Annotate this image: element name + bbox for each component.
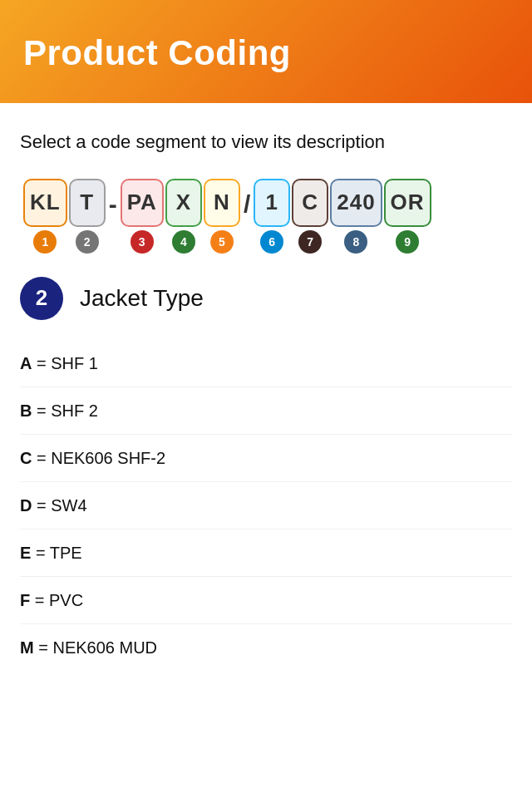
separator-dash: -	[107, 190, 119, 219]
list-item: E = TPE	[20, 530, 512, 577]
list-item: A = SHF 1	[20, 340, 512, 387]
segment-or[interactable]: OR 9	[384, 179, 431, 254]
code-display: KL 1 T 2 - PA 3 X 4 N 5 / 1 6	[20, 179, 512, 254]
segment-c[interactable]: C 7	[292, 179, 328, 254]
list-item: B = SHF 2	[20, 387, 512, 435]
segment-kl[interactable]: KL 1	[23, 179, 67, 254]
selected-badge: 2	[20, 277, 63, 320]
code-entry: C = NEK606 SHF-2	[20, 449, 165, 467]
list-item: C = NEK606 SHF-2	[20, 435, 512, 482]
segment-240-badge: 8	[344, 230, 367, 254]
code-table: A = SHF 1B = SHF 2C = NEK606 SHF-2D = SW…	[20, 340, 512, 671]
code-entry: F = PVC	[20, 591, 83, 609]
code-entry: E = TPE	[20, 544, 82, 562]
selected-segment-info: 2 Jacket Type	[20, 277, 512, 320]
segment-x-badge: 4	[172, 230, 195, 254]
segment-kl-badge: 1	[33, 230, 57, 254]
segment-t[interactable]: T 2	[69, 179, 106, 254]
segment-pa-badge: 3	[131, 230, 154, 254]
code-entry: A = SHF 1	[20, 354, 98, 372]
segment-n-box[interactable]: N	[204, 179, 240, 227]
separator-slash: /	[242, 190, 252, 219]
segment-c-badge: 7	[298, 230, 322, 254]
segment-x[interactable]: X 4	[165, 179, 202, 254]
segment-n[interactable]: N 5	[204, 179, 240, 254]
segment-or-badge: 9	[396, 230, 419, 254]
code-entry: M = NEK606 MUD	[20, 638, 157, 657]
segment-x-box[interactable]: X	[165, 179, 202, 227]
segment-c-box[interactable]: C	[292, 179, 328, 227]
segment-t-badge: 2	[76, 230, 99, 254]
segment-1[interactable]: 1 6	[254, 179, 290, 254]
code-entry: D = SW4	[20, 496, 87, 515]
segment-240[interactable]: 240 8	[330, 179, 382, 254]
segment-pa[interactable]: PA 3	[121, 179, 164, 254]
segment-1-box[interactable]: 1	[254, 179, 290, 227]
list-item: M = NEK606 MUD	[20, 624, 512, 671]
selected-label: Jacket Type	[80, 285, 204, 312]
header: Product Coding	[0, 0, 532, 103]
segment-t-box[interactable]: T	[69, 179, 106, 227]
segment-n-badge: 5	[210, 230, 234, 254]
list-item: F = PVC	[20, 577, 512, 624]
segment-1-badge: 6	[260, 230, 283, 254]
segment-240-box[interactable]: 240	[330, 179, 382, 227]
page-title: Product Coding	[23, 33, 509, 73]
main-content: Select a code segment to view its descri…	[0, 103, 532, 704]
segment-kl-box[interactable]: KL	[23, 179, 67, 227]
code-entry: B = SHF 2	[20, 401, 98, 420]
segment-pa-box[interactable]: PA	[121, 179, 164, 227]
list-item: D = SW4	[20, 482, 512, 530]
segment-or-box[interactable]: OR	[384, 179, 431, 227]
instruction-text: Select a code segment to view its descri…	[20, 130, 512, 155]
